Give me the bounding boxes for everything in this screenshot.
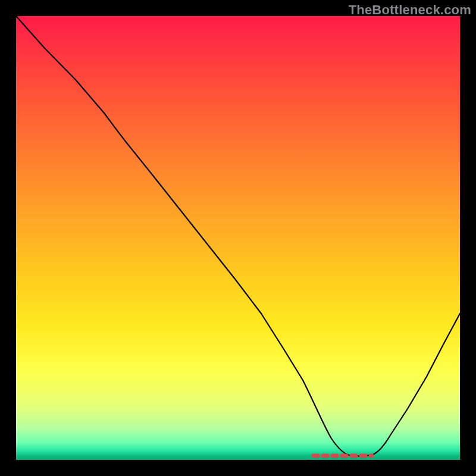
chart-container: TheBottleneck.com	[0, 0, 476, 476]
watermark-text: TheBottleneck.com	[349, 2, 471, 18]
optimal-marker	[16, 16, 460, 460]
plot-area	[16, 16, 460, 460]
